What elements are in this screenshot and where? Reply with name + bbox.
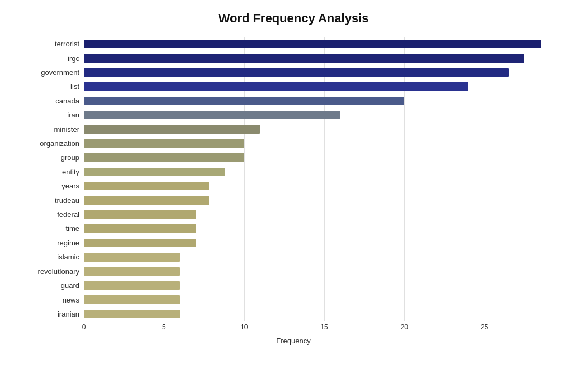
- bar-row: [84, 37, 565, 51]
- y-label: canada: [22, 94, 84, 108]
- y-label: federal: [22, 207, 84, 221]
- y-label: iran: [22, 108, 84, 122]
- bar-row: [84, 108, 565, 122]
- y-label: trudeau: [22, 193, 84, 207]
- bar-row: [84, 165, 565, 179]
- bar-row: [84, 65, 565, 79]
- y-label: regime: [22, 236, 84, 250]
- bar-row: [84, 236, 565, 250]
- bar: [84, 125, 260, 133]
- y-label: entity: [22, 165, 84, 179]
- y-label: terrorist: [22, 37, 84, 51]
- bar: [84, 295, 180, 304]
- bars-list: [84, 37, 565, 321]
- bar: [84, 68, 509, 77]
- chart-container: Word Frequency Analysis terroristirgcgov…: [0, 0, 587, 392]
- y-label: irgc: [22, 51, 84, 65]
- y-label: news: [22, 292, 84, 306]
- bar: [84, 239, 196, 247]
- x-tick: 20: [401, 323, 408, 331]
- x-ticks-container: 0510152025: [84, 323, 565, 334]
- y-label: guard: [22, 278, 84, 292]
- x-axis-label: Frequency: [22, 337, 565, 345]
- x-tick: 5: [162, 323, 166, 331]
- bar-row: [84, 207, 565, 221]
- y-label: minister: [22, 122, 84, 136]
- bar: [84, 40, 541, 48]
- bar: [84, 267, 180, 276]
- grid-line: [565, 37, 565, 321]
- bar-row: [84, 278, 565, 292]
- bar: [84, 54, 524, 62]
- bar: [84, 210, 196, 219]
- y-label: government: [22, 65, 84, 79]
- chart-title: Word Frequency Analysis: [22, 11, 565, 26]
- bar: [84, 168, 225, 176]
- bar: [84, 97, 404, 105]
- x-tick: 10: [240, 323, 248, 331]
- bar: [84, 281, 180, 290]
- bars-and-grid: [84, 37, 565, 321]
- y-label: organization: [22, 136, 84, 150]
- y-label: years: [22, 179, 84, 193]
- y-label: iranian: [22, 307, 84, 321]
- bar-row: [84, 51, 565, 65]
- bar-row: [84, 122, 565, 136]
- bar-row: [84, 179, 565, 193]
- chart-area: terroristirgcgovernmentlistcanadairanmin…: [22, 37, 565, 345]
- x-axis: 0510152025: [22, 323, 565, 334]
- bar: [84, 111, 340, 119]
- bar-row: [84, 94, 565, 108]
- bar-row: [84, 292, 565, 306]
- x-tick: 0: [82, 323, 86, 331]
- bar-row: [84, 221, 565, 235]
- y-label: islamic: [22, 250, 84, 264]
- bar-row: [84, 307, 565, 321]
- y-label: time: [22, 221, 84, 235]
- bars-section: terroristirgcgovernmentlistcanadairanmin…: [22, 37, 565, 321]
- x-tick: 25: [481, 323, 488, 331]
- x-tick: 15: [320, 323, 328, 331]
- bar-row: [84, 150, 565, 164]
- bar: [84, 153, 244, 162]
- bar-row: [84, 265, 565, 278]
- bar: [84, 82, 468, 91]
- bar: [84, 196, 209, 204]
- bar-row: [84, 136, 565, 150]
- bar: [84, 224, 196, 233]
- y-label: group: [22, 150, 84, 164]
- bar-row: [84, 193, 565, 207]
- bar-row: [84, 79, 565, 93]
- bar: [84, 139, 244, 148]
- bar: [84, 310, 180, 318]
- bar: [84, 182, 209, 190]
- y-label: list: [22, 79, 84, 93]
- y-labels: terroristirgcgovernmentlistcanadairanmin…: [22, 37, 84, 321]
- y-label: revolutionary: [22, 265, 84, 278]
- bar-row: [84, 250, 565, 264]
- bar: [84, 253, 180, 261]
